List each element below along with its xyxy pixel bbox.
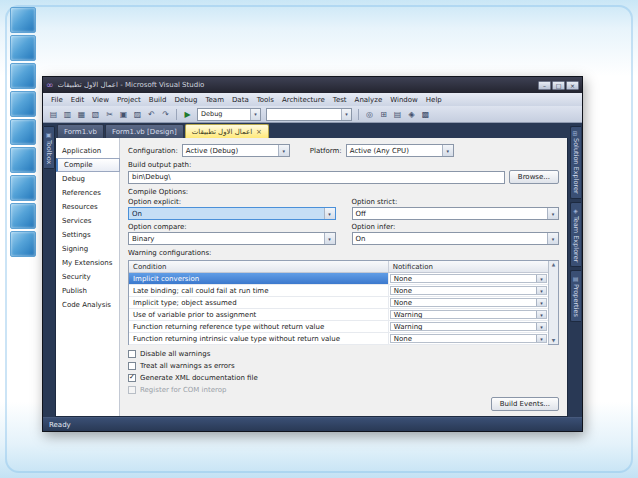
find-icon[interactable]: ◎: [363, 108, 376, 121]
toolbox-tab[interactable]: ▣ Toolbox: [44, 126, 55, 169]
close-tab-icon[interactable]: ×: [256, 128, 262, 136]
option-combo[interactable]: Off ▾: [352, 207, 560, 220]
chevron-down-icon[interactable]: ▾: [547, 233, 558, 244]
designer-tab[interactable]: Security: [56, 270, 119, 284]
chevron-down-icon[interactable]: ▾: [442, 145, 453, 156]
configuration-combo[interactable]: Active (Debug) ▾: [182, 144, 290, 157]
menu-item[interactable]: Build: [145, 96, 171, 104]
menu-item[interactable]: Data: [228, 96, 253, 104]
find-combo[interactable]: ▾: [266, 108, 352, 121]
chevron-down-icon[interactable]: ▾: [536, 275, 546, 282]
chevron-down-icon[interactable]: ▾: [278, 145, 289, 156]
notification-combo[interactable]: None ▾: [390, 274, 547, 283]
menu-item[interactable]: Team: [201, 96, 228, 104]
warning-row[interactable]: Function returning reference type withou…: [129, 321, 548, 333]
warning-row[interactable]: Function returning intrinsic value type …: [129, 333, 548, 345]
document-tab[interactable]: Form1.vb ×: [57, 124, 104, 138]
checkbox[interactable]: ✓: [128, 386, 136, 394]
menu-item[interactable]: Project: [113, 96, 145, 104]
designer-tab[interactable]: Compile: [56, 158, 120, 172]
checkbox-row[interactable]: ✓ Generate XML documentation file: [128, 373, 559, 383]
menu-item[interactable]: View: [88, 96, 113, 104]
paste-icon[interactable]: ▨: [131, 108, 144, 121]
notification-combo[interactable]: Warning ▾: [390, 322, 547, 331]
designer-tab[interactable]: Settings: [56, 228, 119, 242]
checkbox-row[interactable]: ✓ Treat all warnings as errors: [128, 361, 559, 371]
chevron-down-icon[interactable]: ▾: [324, 233, 335, 244]
notification-combo[interactable]: None ▾: [390, 286, 547, 295]
open-file-icon[interactable]: ▥: [61, 108, 74, 121]
save-all-icon[interactable]: ▧: [89, 108, 102, 121]
copy-icon[interactable]: ▣: [117, 108, 130, 121]
chevron-down-icon[interactable]: ▾: [324, 208, 335, 219]
undo-icon[interactable]: ↶: [145, 108, 158, 121]
close-button[interactable]: ×: [566, 81, 579, 90]
checkbox-row[interactable]: ✓ Register for COM interop: [128, 385, 559, 395]
start-debug-icon[interactable]: ▶: [181, 108, 194, 121]
chevron-down-icon[interactable]: ▾: [536, 323, 546, 330]
warning-row[interactable]: Use of variable prior to assignment Warn…: [129, 309, 548, 321]
dock-tab[interactable]: ⊞ Solution Explorer: [570, 126, 581, 199]
designer-tab[interactable]: Application: [56, 144, 119, 158]
menu-item[interactable]: Edit: [67, 96, 89, 104]
save-icon[interactable]: ▦: [75, 108, 88, 121]
chevron-down-icon[interactable]: ▾: [250, 109, 260, 120]
notification-combo[interactable]: None ▾: [390, 334, 547, 343]
menu-item[interactable]: Analyze: [351, 96, 387, 104]
checkbox-row[interactable]: ✓ Disable all warnings: [128, 349, 559, 359]
checkbox[interactable]: ✓: [128, 374, 136, 382]
solution-config-combo[interactable]: Debug ▾: [197, 108, 261, 121]
object-browser-icon[interactable]: ◈: [405, 108, 418, 121]
designer-tab[interactable]: My Extensions: [56, 256, 119, 270]
properties-window-icon[interactable]: ▤: [391, 108, 404, 121]
chevron-down-icon[interactable]: ▾: [536, 299, 546, 306]
chevron-down-icon[interactable]: ▾: [341, 109, 351, 120]
scroll-down-icon[interactable]: ▼: [552, 338, 555, 343]
document-tab[interactable]: اعمال الاول تطبيقات ×: [185, 124, 269, 138]
scroll-up-icon[interactable]: ▲: [552, 262, 555, 267]
menu-item[interactable]: Tools: [253, 96, 278, 104]
designer-tab[interactable]: Publish: [56, 284, 119, 298]
browse-button[interactable]: Browse...: [509, 170, 559, 184]
designer-tab[interactable]: References: [56, 186, 119, 200]
notification-combo[interactable]: None ▾: [390, 298, 547, 307]
notification-combo[interactable]: Warning ▾: [390, 310, 547, 319]
menu-item[interactable]: Test: [329, 96, 351, 104]
dock-tab[interactable]: ▤ Properties: [570, 270, 581, 322]
option-combo[interactable]: On ▾: [128, 207, 336, 220]
minimize-button[interactable]: –: [538, 81, 551, 90]
redo-icon[interactable]: ↷: [159, 108, 172, 121]
build-output-path-input[interactable]: bin\Debug\: [128, 171, 505, 184]
chevron-down-icon[interactable]: ▾: [547, 208, 558, 219]
designer-tab[interactable]: Code Analysis: [56, 298, 119, 312]
menu-item[interactable]: Architecture: [278, 96, 329, 104]
build-events-button[interactable]: Build Events...: [491, 397, 559, 411]
solution-explorer-icon[interactable]: ⊞: [377, 108, 390, 121]
menu-item[interactable]: Help: [422, 96, 446, 104]
chevron-down-icon[interactable]: ▾: [536, 335, 546, 342]
designer-tab[interactable]: Debug: [56, 172, 119, 186]
designer-tab[interactable]: Resources: [56, 200, 119, 214]
new-file-icon[interactable]: ▤: [47, 108, 60, 121]
platform-combo[interactable]: Active (Any CPU) ▾: [346, 144, 454, 157]
menu-item[interactable]: Debug: [170, 96, 201, 104]
cut-icon[interactable]: ✂: [103, 108, 116, 121]
table-scrollbar[interactable]: ▲ ▼: [548, 261, 558, 344]
warning-row[interactable]: Implicit conversion None ▾: [129, 273, 548, 285]
warning-row[interactable]: Implicit type; object assumed None ▾: [129, 297, 548, 309]
maximize-button[interactable]: □: [552, 81, 565, 90]
designer-tab[interactable]: Services: [56, 214, 119, 228]
designer-tab[interactable]: Signing: [56, 242, 119, 256]
dock-tab[interactable]: ◈ Team Explorer: [570, 202, 581, 267]
extension-manager-icon[interactable]: ▩: [419, 108, 432, 121]
menu-item[interactable]: File: [47, 96, 67, 104]
menu-item[interactable]: Window: [386, 96, 422, 104]
option-combo[interactable]: On ▾: [352, 232, 560, 245]
warning-row[interactable]: Late binding; call could fail at run tim…: [129, 285, 548, 297]
option-combo[interactable]: Binary ▾: [128, 232, 336, 245]
chevron-down-icon[interactable]: ▾: [536, 311, 546, 318]
checkbox[interactable]: ✓: [128, 350, 136, 358]
checkbox[interactable]: ✓: [128, 362, 136, 370]
chevron-down-icon[interactable]: ▾: [536, 287, 546, 294]
document-tab[interactable]: Form1.vb [Design] ×: [105, 124, 184, 138]
